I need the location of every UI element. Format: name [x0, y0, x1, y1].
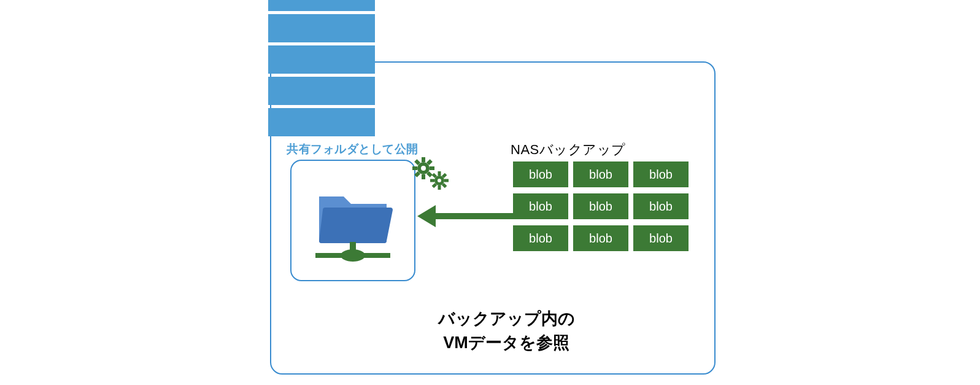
- shared-folder-box: [290, 160, 415, 281]
- blob-cell: blob: [573, 193, 628, 219]
- gears-icon: [410, 156, 453, 193]
- svg-rect-4: [422, 157, 425, 162]
- svg-rect-5: [422, 174, 425, 179]
- svg-rect-15: [438, 185, 441, 190]
- svg-rect-17: [444, 179, 449, 182]
- svg-rect-7: [430, 166, 434, 170]
- svg-rect-14: [438, 171, 441, 176]
- blob-cell: blob: [573, 225, 628, 251]
- svg-point-12: [421, 166, 426, 171]
- nas-backup-label: NASバックアップ: [511, 141, 626, 159]
- svg-point-2: [341, 249, 365, 262]
- shared-folder-label: 共有フォルダとして公開: [287, 141, 419, 157]
- arrow-left-icon: [417, 203, 517, 230]
- svg-rect-16: [430, 179, 434, 182]
- svg-point-22: [438, 179, 441, 182]
- blob-cell: blob: [513, 193, 568, 219]
- caption-line-1: バックアップ内の: [387, 307, 626, 331]
- svg-rect-23: [431, 213, 517, 219]
- blob-cell: blob: [633, 161, 689, 187]
- server-stack-icon: [268, 0, 375, 139]
- svg-rect-6: [412, 166, 417, 170]
- blob-cell: blob: [633, 225, 689, 251]
- diagram-caption: バックアップ内の VMデータを参照: [387, 307, 626, 355]
- blob-cell: blob: [513, 225, 568, 251]
- blob-cell: blob: [513, 161, 568, 187]
- network-folder-icon: [307, 174, 399, 266]
- caption-line-2: VMデータを参照: [387, 331, 626, 355]
- blob-cell: blob: [633, 193, 689, 219]
- svg-marker-24: [417, 205, 436, 227]
- blob-cell: blob: [573, 161, 628, 187]
- blob-grid: blob blob blob blob blob blob blob blob …: [513, 161, 689, 251]
